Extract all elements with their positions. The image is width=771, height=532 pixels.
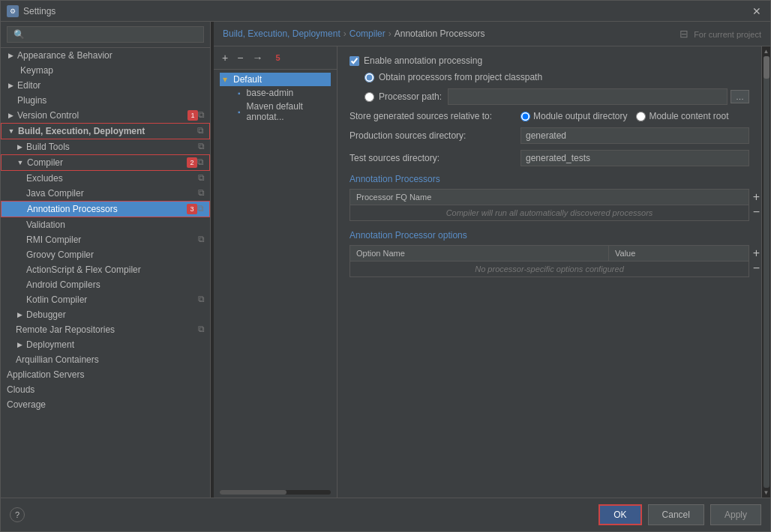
processor-path-browse-button[interactable]: … — [730, 90, 749, 103]
enable-annotation-checkbox[interactable] — [350, 56, 359, 66]
sidebar-item-arquillian-containers[interactable]: Arquillian Containers — [1, 352, 210, 367]
obtain-processors-text: Obtain processors from project classpath — [379, 72, 542, 82]
remove-processor-option-button[interactable]: − — [750, 260, 761, 276]
module-output-label[interactable]: Module output directory — [520, 111, 627, 121]
sidebar-item-label: Excludes — [25, 172, 198, 184]
store-generated-row: Store generated sources relative to: Mod… — [350, 111, 749, 121]
copy-icon: ⧉ — [197, 125, 209, 137]
settings-window-icon: ⚙ — [7, 5, 19, 17]
sidebar-item-rmi-compiler[interactable]: RMI Compiler ⧉ — [1, 232, 210, 247]
sidebar-item-groovy-compiler[interactable]: Groovy Compiler — [1, 247, 210, 262]
scroll-thumb[interactable] — [220, 490, 286, 495]
sidebar-item-kotlin-compiler[interactable]: Kotlin Compiler ⧉ — [1, 292, 210, 307]
processor-options-empty-row: No processor-specific options configured — [350, 262, 749, 277]
add-annotation-processor-button[interactable]: + — [750, 189, 761, 205]
arrow-icon: ▶ — [14, 309, 25, 320]
enable-annotation-label[interactable]: Enable annotation processing — [350, 55, 482, 66]
module-icon: ▪ — [238, 89, 241, 97]
remove-annotation-processor-button[interactable]: − — [750, 204, 761, 220]
sidebar-item-label: Remote Jar Repositories — [14, 324, 198, 336]
navigate-processor-button[interactable]: → — [250, 51, 265, 64]
sidebar-item-deployment[interactable]: ▶ Deployment — [1, 337, 210, 352]
sidebar-item-appearance[interactable]: ▶ Appearance & Behavior — [1, 48, 210, 63]
sidebar-item-build-execution[interactable]: ▼ Build, Execution, Deployment ⧉ — [1, 123, 210, 139]
copy-icon: ⧉ — [197, 203, 209, 215]
scroll-up-arrow[interactable]: ▲ — [764, 48, 770, 55]
sidebar-item-label: Annotation Processors — [26, 203, 184, 215]
sidebar-item-java-compiler[interactable]: Java Compiler ⧉ — [1, 186, 210, 201]
annotation-processor-options-table-container: Option Name Value No processor-specific … — [350, 245, 749, 277]
sidebar-item-excludes[interactable]: Excludes ⧉ — [1, 171, 210, 186]
add-processor-button[interactable]: + — [220, 51, 230, 64]
title-bar: ⚙ Settings ✕ — [1, 1, 770, 22]
sidebar-item-application-servers[interactable]: Application Servers — [1, 367, 210, 382]
remove-processor-button[interactable]: − — [235, 51, 245, 64]
search-bar — [1, 22, 210, 48]
production-sources-label: Production sources directory: — [350, 130, 514, 141]
search-input[interactable] — [7, 26, 204, 43]
sidebar-item-label: Arquillian Containers — [14, 354, 210, 366]
breadcrumb-sep-1: › — [344, 28, 346, 39]
sidebar-item-android-compilers[interactable]: Android Compilers — [1, 277, 210, 292]
proc-tree-item-default[interactable]: ▾ Default — [220, 73, 331, 86]
sidebar-item-label: Android Compilers — [25, 279, 210, 291]
sidebar-item-label: Deployment — [25, 339, 210, 351]
annotation-processor-options-section-header: Annotation Processor options — [350, 230, 749, 241]
sidebar-item-plugins[interactable]: Plugins — [1, 93, 210, 108]
ok-button[interactable]: OK — [598, 504, 641, 525]
sidebar-item-debugger[interactable]: ▶ Debugger — [1, 307, 210, 322]
arrow-icon: ▶ — [5, 50, 16, 61]
arrow-icon: ▶ — [5, 80, 16, 91]
scrollbar-thumb[interactable] — [764, 56, 770, 79]
sidebar-item-annotation-processors[interactable]: Annotation Processors 3 ⧉ — [1, 201, 210, 217]
badge-2: 2 — [187, 157, 197, 168]
sidebar-item-clouds[interactable]: Clouds — [1, 382, 210, 397]
content-area: + − → 5 ▾ Default ▪ base-admin — [214, 46, 770, 498]
for-current-project: ⊟ For current project — [680, 28, 761, 40]
main-layout: ▶ Appearance & Behavior Keymap ▶ Editor … — [1, 22, 770, 498]
breadcrumb: Build, Execution, Deployment › Compiler … — [214, 22, 770, 46]
copy-icon: ⧉ — [198, 234, 210, 246]
sidebar-item-remote-jar-repositories[interactable]: Remote Jar Repositories ⧉ — [1, 322, 210, 337]
sidebar-item-validation[interactable]: Validation — [1, 217, 210, 232]
sidebar-item-coverage[interactable]: Coverage — [1, 397, 210, 412]
proc-item-label: Default — [233, 74, 262, 85]
obtain-processors-radio[interactable] — [364, 73, 374, 82]
production-sources-input[interactable] — [520, 127, 749, 144]
module-content-radio[interactable] — [636, 112, 646, 121]
scroll-indicator — [214, 487, 337, 498]
scroll-down-arrow[interactable]: ▼ — [764, 489, 770, 496]
processor-path-input[interactable] — [448, 88, 728, 105]
sidebar-item-editor[interactable]: ▶ Editor — [1, 78, 210, 93]
close-button[interactable]: ✕ — [749, 4, 764, 19]
help-button[interactable]: ? — [10, 507, 25, 522]
sidebar-item-label: Application Servers — [5, 369, 210, 381]
cancel-button[interactable]: Cancel — [648, 504, 704, 525]
processor-path-radio[interactable] — [364, 92, 374, 102]
sidebar-item-version-control[interactable]: ▶ Version Control 1 ⧉ — [1, 108, 210, 123]
copy-icon: ⧉ — [197, 157, 209, 169]
sidebar-item-build-tools[interactable]: ▶ Build Tools ⧉ — [1, 139, 210, 154]
obtain-processors-label[interactable]: Obtain processors from project classpath — [350, 72, 542, 82]
sidebar-item-actionscript-flex-compiler[interactable]: ActionScript & Flex Compiler — [1, 262, 210, 277]
sidebar-item-label: Kotlin Compiler — [25, 294, 198, 306]
module-output-radio[interactable] — [520, 112, 530, 121]
sidebar-item-label: Build Tools — [25, 141, 198, 153]
proc-tree-item-maven-default[interactable]: ▪ Maven default annotat... — [220, 100, 331, 124]
right-panel: Build, Execution, Deployment › Compiler … — [214, 22, 770, 498]
add-processor-option-button[interactable]: + — [750, 245, 761, 262]
apply-button[interactable]: Apply — [710, 504, 761, 525]
sidebar-item-label: Keymap — [19, 64, 210, 76]
obtain-processors-row: Obtain processors from project classpath — [350, 72, 749, 82]
breadcrumb-build[interactable]: Build, Execution, Deployment — [223, 28, 340, 39]
sidebar-item-compiler[interactable]: ▼ Compiler 2 ⧉ — [1, 154, 210, 171]
sidebar-item-keymap[interactable]: Keymap — [1, 63, 210, 78]
annotation-processors-empty-text: Compiler will run all automatically disc… — [350, 205, 749, 221]
breadcrumb-compiler[interactable]: Compiler — [350, 28, 386, 39]
proc-tree-item-base-admin[interactable]: ▪ base-admin — [220, 86, 331, 100]
test-sources-input[interactable] — [520, 150, 749, 166]
arrow-icon: ▶ — [14, 339, 25, 350]
processor-path-label[interactable]: Processor path: — [364, 91, 442, 102]
folder-icon: ▾ — [223, 74, 227, 85]
module-content-label[interactable]: Module content root — [636, 111, 728, 121]
